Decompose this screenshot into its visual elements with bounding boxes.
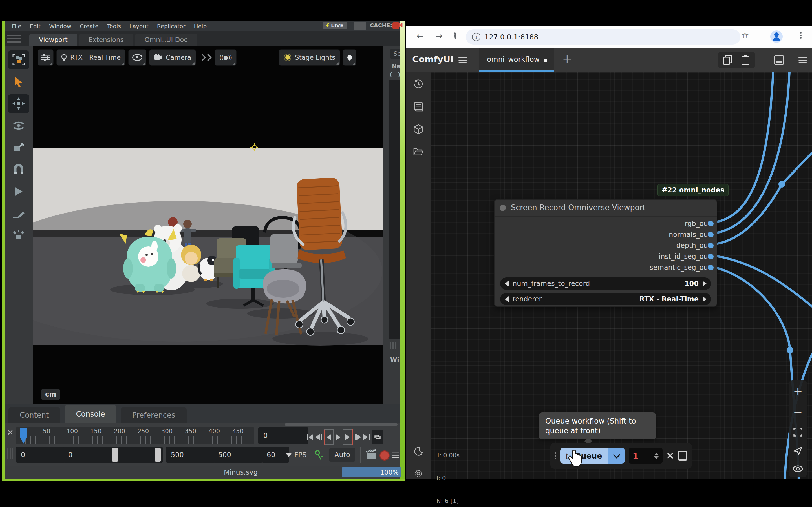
next-frame-button[interactable]: [355, 431, 361, 443]
browser-forward-button[interactable]: →: [435, 31, 442, 41]
output-slot[interactable]: normals_out: [669, 230, 711, 239]
menu-layout[interactable]: Layout: [130, 23, 149, 30]
play-button[interactable]: [336, 431, 341, 443]
dock-grip-icon[interactable]: [7, 33, 21, 44]
move-tool[interactable]: [8, 94, 29, 113]
browser-profile-avatar[interactable]: [770, 31, 783, 43]
output-slot[interactable]: depth_out: [676, 241, 711, 250]
node-collapse-dot[interactable]: [500, 205, 506, 211]
panel-grip-icon[interactable]: [390, 342, 400, 349]
reroute-dot[interactable]: [786, 347, 794, 353]
menu-edit[interactable]: Edit: [30, 23, 41, 30]
stop-icon[interactable]: [678, 451, 688, 460]
play-backward-button[interactable]: [324, 429, 334, 445]
selection-mode-tool[interactable]: [8, 50, 29, 69]
clapperboard-icon[interactable]: [366, 449, 377, 461]
select-tool[interactable]: [8, 72, 29, 91]
fit-view-icon[interactable]: [794, 428, 802, 437]
widget-value[interactable]: 100: [684, 280, 699, 288]
tab-content[interactable]: Content: [8, 407, 60, 424]
browser-menu-icon[interactable]: [800, 31, 802, 40]
rotate-tool[interactable]: [8, 116, 29, 135]
menu-file[interactable]: File: [12, 23, 21, 30]
search-input[interactable]: Sea: [390, 49, 400, 59]
loop-button[interactable]: [371, 430, 384, 445]
output-slot[interactable]: inst_id_seg_out: [659, 252, 711, 262]
queue-options-button[interactable]: [608, 448, 625, 464]
browser-back-button[interactable]: ←: [417, 31, 424, 41]
play-to-end-button[interactable]: [343, 429, 353, 445]
range-slider-handle-right[interactable]: [155, 448, 161, 462]
close-timeline-icon[interactable]: [7, 430, 13, 435]
node-library-icon[interactable]: [406, 97, 431, 117]
site-info-icon[interactable]: i: [472, 33, 480, 41]
horizontal-scrollbar[interactable]: [285, 424, 398, 426]
batch-count-field[interactable]: 1: [629, 448, 663, 464]
new-tab-button[interactable]: +: [562, 52, 572, 66]
fps-dropdown-icon[interactable]: [285, 453, 292, 457]
output-port-icon[interactable]: [708, 243, 714, 248]
tree-view-clipped[interactable]: [389, 80, 400, 339]
reroute-dot[interactable]: [778, 181, 785, 187]
zoom-in-icon[interactable]: +: [793, 385, 803, 397]
decrement-icon[interactable]: [505, 281, 509, 286]
scale-tool[interactable]: [8, 138, 29, 157]
tab-extensions[interactable]: Extensions: [79, 34, 133, 46]
output-port-icon[interactable]: [708, 232, 714, 237]
menu-help[interactable]: Help: [194, 23, 207, 30]
skip-to-start-button[interactable]: [307, 431, 313, 443]
range-start-field[interactable]: 0: [63, 447, 113, 463]
keyframe-icon[interactable]: [314, 450, 323, 462]
play-tool[interactable]: [8, 182, 29, 201]
visibility-button[interactable]: [128, 49, 146, 66]
clipboard-icon[interactable]: [742, 55, 749, 65]
workflow-tab[interactable]: omni_workflow: [479, 48, 554, 72]
auto-key-button[interactable]: Auto: [329, 448, 355, 462]
increment-icon[interactable]: [703, 296, 707, 302]
widget-renderer[interactable]: renderer RTX - Real-Time: [500, 293, 711, 305]
theme-toggle-icon[interactable]: [406, 442, 431, 461]
model-library-icon[interactable]: [406, 119, 431, 139]
end-frame-field[interactable]: 500: [213, 447, 263, 463]
widget-num-frames[interactable]: num_frames_to_record 100: [500, 277, 711, 290]
queue-button[interactable]: ▷ Queue: [560, 448, 608, 464]
start-frame-field[interactable]: 0: [16, 447, 65, 463]
node-screen-record[interactable]: Screen Record Omniverse Viewport rgb_out…: [494, 199, 717, 307]
tab-console[interactable]: Console: [64, 405, 116, 424]
settings-gear-icon[interactable]: [406, 464, 431, 483]
graph-canvas[interactable]: #22 omni_nodes Screen Record Omniverse V…: [431, 72, 812, 479]
output-slot[interactable]: semantic_seg_out: [650, 263, 711, 272]
queue-history-icon[interactable]: [406, 74, 431, 94]
clear-queue-icon[interactable]: [666, 452, 674, 459]
range-slider[interactable]: [110, 447, 163, 463]
timeline-grip-icon[interactable]: [7, 448, 14, 460]
menu-replicator[interactable]: Replicator: [157, 23, 186, 30]
viewport-3d-scene[interactable]: [33, 46, 388, 425]
workflows-icon[interactable]: [406, 142, 431, 162]
output-slot[interactable]: rgb_out: [685, 219, 711, 228]
range-slider-handle-left[interactable]: [112, 448, 118, 462]
decrement-icon[interactable]: [505, 296, 509, 302]
audio-monitor-button[interactable]: ((●)): [214, 49, 237, 66]
widget-value[interactable]: RTX - Real-Time: [640, 295, 699, 303]
zoom-out-icon[interactable]: −: [793, 406, 803, 418]
tab-preferences[interactable]: Preferences: [121, 407, 187, 424]
bookmark-star-icon[interactable]: ☆: [741, 30, 749, 41]
menu-window[interactable]: Window: [49, 23, 71, 30]
live-button[interactable]: LIVE: [322, 22, 347, 29]
physics-drop-tool[interactable]: [8, 226, 29, 245]
comfyui-overflow-menu-icon[interactable]: [799, 55, 807, 65]
count-stepper[interactable]: [654, 452, 659, 460]
browser-reload-button[interactable]: [455, 33, 456, 40]
current-frame-field[interactable]: 0: [258, 427, 308, 444]
paint-tool[interactable]: [8, 204, 29, 223]
output-port-icon[interactable]: [708, 254, 714, 260]
record-icon[interactable]: [379, 450, 390, 460]
output-port-icon[interactable]: [708, 221, 714, 226]
range-end-field[interactable]: 500: [166, 447, 215, 463]
output-port-icon[interactable]: [708, 265, 714, 270]
bottom-panel-toggle-icon[interactable]: [774, 55, 784, 65]
timeline-menu-icon[interactable]: [392, 451, 399, 459]
link-visibility-eye-icon[interactable]: [793, 465, 803, 472]
chevrons-icon[interactable]: [200, 55, 211, 60]
